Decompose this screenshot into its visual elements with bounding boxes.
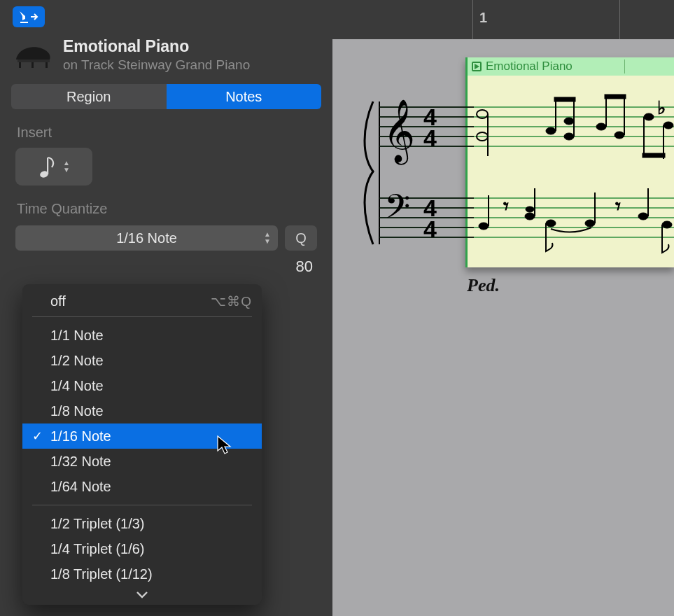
svg-point-38 [564, 118, 574, 125]
dropdown-item-label: 1/2 Triplet (1/3) [50, 516, 145, 532]
quantize-now-button[interactable]: Q [285, 225, 317, 251]
dropdown-item-label: 1/1 Note [50, 328, 104, 344]
region-title: Emotional Piano [63, 37, 250, 56]
svg-rect-1 [19, 62, 21, 68]
dropdown-item[interactable]: 1/4 Triplet (1/6) [22, 536, 262, 561]
svg-point-34 [546, 127, 556, 134]
svg-point-42 [615, 132, 624, 139]
svg-point-55 [526, 206, 534, 212]
keyboard-shortcut: ⌥⌘Q [211, 293, 252, 309]
bar-tick [472, 0, 473, 39]
svg-text:♭: ♭ [657, 97, 666, 118]
svg-rect-39 [554, 97, 575, 102]
filter-forward-button[interactable] [13, 6, 45, 27]
chevron-down-icon [136, 591, 148, 599]
svg-point-47 [664, 122, 673, 129]
bass-clef-icon: 𝄢 [384, 188, 410, 233]
treble-clef-icon: 𝄞 [383, 99, 415, 165]
dropdown-item-label: 1/8 Note [50, 403, 104, 419]
track-instrument-thumb [13, 41, 53, 69]
tab-region[interactable]: Region [11, 84, 167, 109]
region-header-bar[interactable]: Emotional Piano [468, 57, 674, 76]
insert-label: Insert [0, 109, 332, 145]
time-quantize-select[interactable]: 1/16 Note ▲▼ [15, 225, 278, 251]
svg-point-51 [479, 223, 489, 230]
svg-point-61 [638, 213, 648, 220]
stepper-arrows-icon: ▲▼ [63, 160, 70, 173]
dropdown-item-label: 1/2 Note [50, 353, 104, 369]
insert-note-value-selector[interactable]: ▲▼ [15, 148, 92, 186]
svg-rect-50 [643, 153, 665, 158]
svg-text:𝄾: 𝄾 [503, 202, 509, 211]
region-tick [624, 59, 625, 74]
svg-point-36 [564, 133, 574, 140]
region-loop-icon [472, 62, 482, 71]
dropdown-item-label: 1/64 Note [50, 479, 111, 495]
quantize-strength-value[interactable]: 80 [296, 258, 313, 276]
svg-point-58 [585, 220, 595, 227]
dropdown-separator [32, 316, 252, 317]
dropdown-item-label: 1/4 Note [50, 378, 104, 394]
check-icon: ✓ [32, 428, 43, 444]
region-subtitle: on Track Steinway Grand Piano [63, 56, 250, 73]
svg-rect-3 [45, 62, 48, 68]
dropdown-item[interactable]: 1/2 Note [22, 348, 262, 373]
svg-point-40 [596, 123, 606, 130]
dropdown-item[interactable]: 1/1 Note [22, 323, 262, 348]
bar-tick [619, 0, 620, 39]
score-notation[interactable]: 𝄞 𝄢 4 4 4 4 ♭ [341, 86, 674, 324]
svg-rect-44 [605, 94, 626, 99]
dropdown-item-label: 1/4 Triplet (1/6) [50, 541, 145, 557]
stepper-arrows-icon: ▲▼ [264, 232, 271, 244]
svg-text:4: 4 [423, 125, 437, 151]
svg-point-54 [525, 213, 535, 220]
dropdown-item[interactable]: ✓1/16 Note [22, 424, 262, 449]
inspector-tab-control: Region Notes [11, 84, 321, 109]
dropdown-item[interactable]: 1/8 Note [22, 398, 262, 424]
filter-forward-icon [19, 10, 38, 23]
svg-point-45 [644, 113, 654, 120]
svg-rect-0 [17, 59, 50, 62]
timeline-ruler[interactable]: 1 [332, 0, 674, 39]
svg-text:𝄾: 𝄾 [615, 202, 621, 211]
time-quantize-current-value: 1/16 Note [116, 230, 177, 246]
pedal-mark: Ped. [467, 275, 500, 296]
region-block-label: Emotional Piano [486, 59, 573, 74]
dropdown-more-below[interactable] [22, 589, 262, 601]
svg-rect-2 [31, 62, 34, 68]
dropdown-item-label: off [50, 293, 66, 309]
time-quantize-dropdown: off ⌥⌘Q 1/1 Note1/2 Note1/4 Note1/8 Note… [22, 284, 262, 605]
svg-rect-5 [47, 158, 48, 174]
dropdown-item-label: 1/32 Note [50, 454, 111, 470]
svg-point-57 [546, 220, 556, 227]
svg-text:4: 4 [423, 216, 437, 242]
dropdown-item[interactable]: 1/8 Triplet (1/12) [22, 561, 262, 587]
dropdown-separator [32, 505, 252, 505]
time-quantize-label: Time Quantize [0, 186, 332, 221]
tab-notes[interactable]: Notes [167, 84, 322, 109]
bar-number: 1 [479, 10, 487, 26]
svg-point-63 [662, 221, 672, 228]
dropdown-item[interactable]: 1/4 Note [22, 373, 262, 398]
grand-piano-icon [13, 41, 52, 69]
dropdown-item[interactable]: 1/64 Note [22, 474, 262, 499]
dropdown-item-label: 1/8 Triplet (1/12) [50, 566, 153, 582]
eighth-note-icon [38, 153, 57, 180]
dropdown-item[interactable]: 1/32 Note [22, 449, 262, 474]
dropdown-item[interactable]: 1/2 Triplet (1/3) [22, 511, 262, 536]
dropdown-item-label: 1/16 Note [50, 428, 111, 444]
dropdown-item-off[interactable]: off ⌥⌘Q [22, 288, 262, 314]
